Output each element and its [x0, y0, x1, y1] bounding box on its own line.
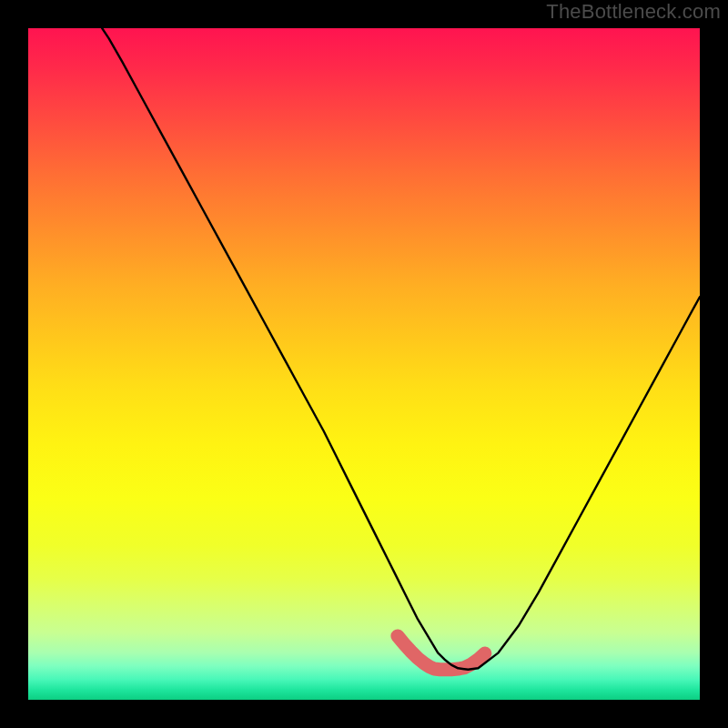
curve-layer [28, 28, 700, 700]
chart-frame: TheBottleneck.com [0, 0, 728, 728]
plot-area [28, 28, 700, 700]
bottleneck-curve [102, 28, 700, 670]
watermark-text: TheBottleneck.com [546, 0, 721, 24]
valley-highlight [398, 636, 485, 670]
